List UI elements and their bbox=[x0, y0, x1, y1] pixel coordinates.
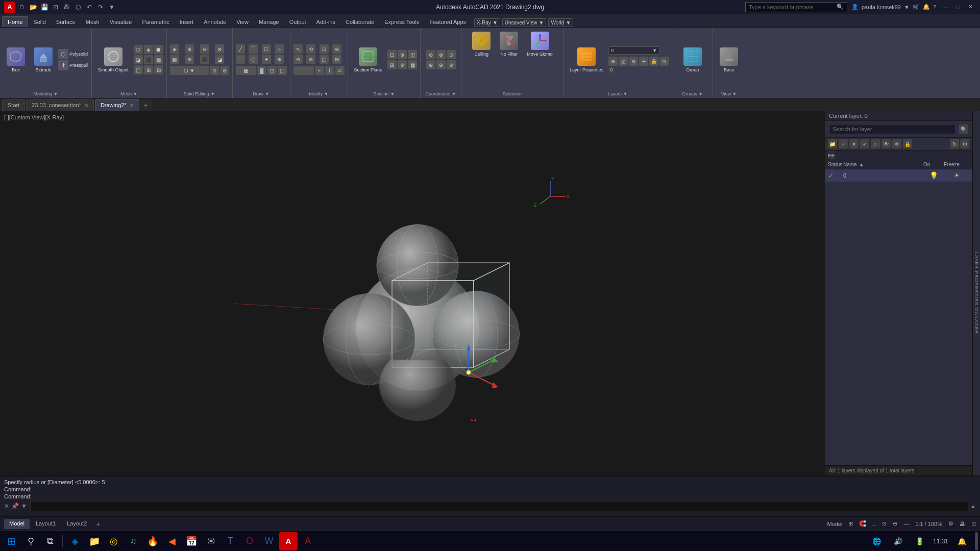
coord-btn-2[interactable]: ⊗ bbox=[436, 50, 446, 59]
close-button[interactable]: ✕ bbox=[965, 3, 976, 11]
mesh-btn-1[interactable]: ⬡ bbox=[134, 45, 143, 54]
layer-row[interactable]: ✓ 0 💡 ☀ bbox=[825, 169, 972, 182]
app-logo[interactable]: A bbox=[4, 2, 15, 13]
col-on[interactable]: On bbox=[923, 162, 944, 167]
tab-featured[interactable]: Featured Apps bbox=[425, 17, 472, 27]
show-desktop-button[interactable] bbox=[975, 532, 978, 550]
quick-access-plot[interactable]: ⬡ bbox=[74, 3, 83, 12]
chrome-taskbar[interactable]: ◎ bbox=[105, 532, 123, 550]
mod-break[interactable]: ⌇ bbox=[325, 66, 334, 75]
mod-btn-7[interactable]: ◫ bbox=[320, 55, 329, 64]
coord-btn-5[interactable]: ⊛ bbox=[436, 60, 446, 69]
se-btn-7[interactable]: ⬛ bbox=[200, 55, 209, 64]
add-layout-button[interactable]: + bbox=[93, 519, 103, 529]
firefox-taskbar[interactable]: 🔥 bbox=[143, 532, 162, 550]
tab-collaborate[interactable]: Collaborate bbox=[340, 17, 379, 27]
section-btn-4[interactable]: ⊞ bbox=[387, 60, 397, 69]
layer-btn-6[interactable]: ⊙ bbox=[659, 57, 669, 66]
mod-btn-1[interactable]: ↖ bbox=[293, 44, 303, 54]
mesh-btn-4[interactable]: ◪ bbox=[134, 55, 143, 64]
doc-tab-drawing2[interactable]: Drawing2* ✕ bbox=[95, 99, 139, 111]
view-dropdown[interactable]: Unsaved View ▼ bbox=[502, 18, 547, 27]
layer-btn-5[interactable]: 🔒 bbox=[649, 57, 658, 66]
se-btn-4[interactable]: ⊗ bbox=[215, 44, 224, 54]
layer-lock[interactable]: 🔒 bbox=[903, 139, 912, 148]
layer-expand-arrow[interactable]: ▶▶ bbox=[828, 152, 835, 159]
layer-btn-3[interactable]: ⊗ bbox=[629, 57, 638, 66]
section-plane-button[interactable]: Section Plane bbox=[351, 45, 386, 74]
coord-btn-4[interactable]: ⊚ bbox=[426, 60, 435, 69]
systray-battery[interactable]: 🔋 bbox=[911, 532, 929, 550]
edge-taskbar[interactable]: ◈ bbox=[66, 532, 84, 550]
draw-btn-1[interactable]: ╱ bbox=[236, 44, 245, 54]
draw-boundary[interactable]: ⊡ bbox=[267, 66, 277, 75]
workspace-view-dropdown[interactable]: World ▼ bbox=[548, 18, 573, 27]
draw-btn-2[interactable]: ⌒ bbox=[249, 44, 258, 54]
layer-delete[interactable]: ✕ bbox=[849, 139, 859, 148]
status-linewidth[interactable]: — bbox=[903, 521, 909, 527]
layer-properties-button[interactable]: Layer Properties bbox=[567, 45, 606, 74]
se-btn-5[interactable]: ▦ bbox=[170, 55, 179, 64]
draw-btn-5[interactable]: ⌒ bbox=[236, 55, 245, 64]
layer-show-details[interactable]: ≡ bbox=[871, 139, 880, 148]
status-snap[interactable]: 🧲 bbox=[859, 520, 866, 527]
workspace-dropdown[interactable]: ▼ bbox=[107, 3, 116, 12]
tab-annotate[interactable]: Annotate bbox=[199, 17, 231, 27]
layer-settings[interactable]: ⚙ bbox=[960, 139, 969, 148]
status-model[interactable]: Model bbox=[827, 521, 842, 527]
mod-chamfer[interactable]: ⌐ bbox=[315, 66, 324, 75]
layer-freeze-icon[interactable]: ☀ bbox=[944, 172, 969, 179]
tab-visualize[interactable]: Visualize bbox=[105, 17, 137, 27]
teams-taskbar[interactable]: T bbox=[221, 532, 239, 550]
mod-fillet[interactable]: ⌒ bbox=[293, 66, 314, 75]
tab-home[interactable]: Home bbox=[2, 16, 28, 27]
coord-btn-1[interactable]: ⊕ bbox=[426, 50, 435, 59]
tab-mesh[interactable]: Mesh bbox=[81, 17, 105, 27]
section-btn-2[interactable]: ⊕ bbox=[398, 50, 407, 59]
maximize-button[interactable]: □ bbox=[952, 3, 964, 11]
tab-layout1[interactable]: Layout1 bbox=[31, 519, 61, 529]
quick-access-open[interactable]: 📂 bbox=[29, 3, 38, 12]
layer-new[interactable]: + bbox=[839, 139, 848, 148]
mesh-btn-9[interactable]: ⊟ bbox=[154, 65, 163, 74]
smooth-object-button[interactable]: Smooth Object bbox=[95, 45, 132, 74]
base-button[interactable]: Base bbox=[716, 45, 742, 74]
status-osnap[interactable]: ⊕ bbox=[893, 520, 897, 527]
quick-access-undo[interactable]: ↶ bbox=[85, 3, 94, 12]
draw-btn-6[interactable]: ⬡ bbox=[249, 55, 258, 64]
title-search[interactable]: Type a keyword or phrase 🔍 bbox=[745, 2, 847, 12]
tab-surface[interactable]: Surface bbox=[51, 17, 81, 27]
brave-taskbar[interactable]: ◀ bbox=[163, 532, 181, 550]
mod-btn-8[interactable]: ⊞ bbox=[332, 55, 341, 64]
section-btn-5[interactable]: ⊗ bbox=[398, 60, 407, 69]
tab-addins[interactable]: Add-ins bbox=[311, 17, 340, 27]
layer-dropdown[interactable]: 0▼ bbox=[608, 46, 659, 55]
doc-tab-close-conesection[interactable]: ✕ bbox=[84, 103, 88, 108]
se-btn-wide[interactable]: ⬡ ▼ bbox=[170, 66, 209, 75]
mod-btn-5[interactable]: ⊖ bbox=[293, 55, 303, 64]
layer-btn-2[interactable]: ◎ bbox=[619, 57, 628, 66]
mod-btn-4[interactable]: ⊕ bbox=[332, 44, 341, 54]
calendar-taskbar[interactable]: 📅 bbox=[182, 532, 201, 550]
tab-insert[interactable]: Insert bbox=[175, 17, 199, 27]
tab-express[interactable]: Express Tools bbox=[379, 17, 424, 27]
cmd-expand-icon[interactable]: ▲ bbox=[970, 503, 976, 509]
se-btn-10[interactable]: ⊙ bbox=[210, 66, 219, 75]
mail-taskbar[interactable]: ✉ bbox=[202, 532, 220, 550]
visual-style-dropdown[interactable]: X-Ray ▼ bbox=[474, 18, 500, 27]
quick-access-redo[interactable]: ↷ bbox=[96, 3, 105, 12]
status-plot-preview[interactable]: 🖶 bbox=[960, 521, 965, 527]
se-btn-3[interactable]: ⊖ bbox=[200, 44, 209, 54]
extrude-button[interactable]: Extrude bbox=[31, 45, 56, 74]
mod-btn-2[interactable]: ⟲ bbox=[306, 44, 315, 54]
quick-access-print[interactable]: 🖶 bbox=[62, 3, 71, 12]
draw-btn-4[interactable]: ○ bbox=[275, 44, 284, 54]
layer-search-input[interactable] bbox=[829, 124, 956, 134]
help-icon[interactable]: ? bbox=[933, 4, 936, 10]
mesh-btn-3[interactable]: ⬢ bbox=[154, 45, 163, 54]
se-btn-11[interactable]: ⊚ bbox=[220, 66, 229, 75]
coord-btn-3[interactable]: ⊙ bbox=[447, 50, 456, 59]
doc-tab-add[interactable]: + bbox=[140, 99, 152, 111]
status-ortho[interactable]: ⟂ bbox=[872, 521, 876, 527]
systray-volume[interactable]: 🔊 bbox=[889, 532, 908, 550]
